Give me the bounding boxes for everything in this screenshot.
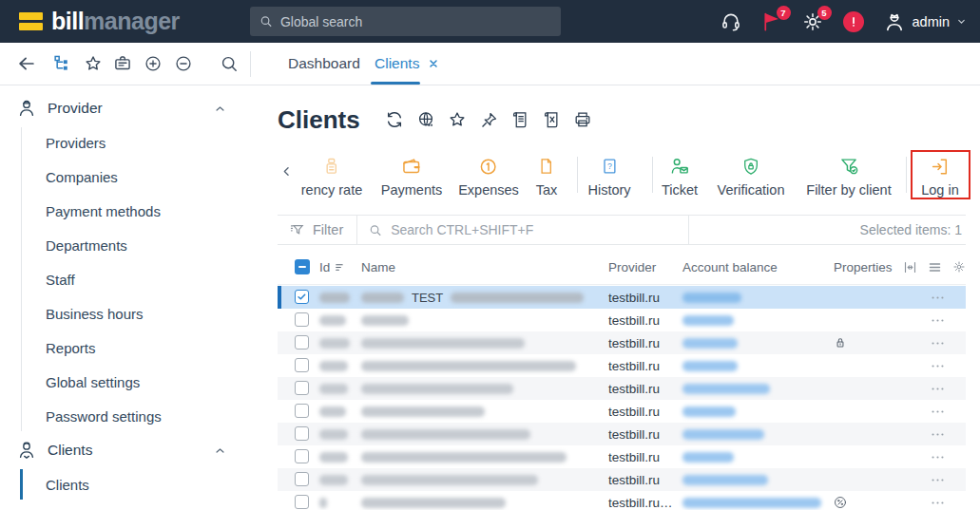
column-header-properties[interactable]: Properties [834,249,893,285]
row-checkbox[interactable] [295,358,309,372]
column-header-provider[interactable]: Provider [608,249,656,285]
print-icon[interactable] [573,110,593,130]
zoom-out-icon[interactable] [174,43,193,85]
sidebar-item-reports[interactable]: Reports [0,331,266,365]
table-settings-gear-icon[interactable] [952,260,966,274]
table-row[interactable]: TEST testbill.ru [278,286,966,309]
back-arrow-icon[interactable] [16,43,37,85]
provider-cell: testbill.ru [608,400,660,423]
toolbar-expenses[interactable]: Expenses [458,156,519,198]
toolbar-filter-by-client[interactable]: Filter by client [806,156,891,198]
table-row[interactable]: testbill.ru [278,309,966,331]
table-row[interactable]: testbill.ru [278,354,966,377]
row-menu[interactable] [930,286,946,309]
table-row[interactable]: testbill.ru [278,468,966,491]
sidebar-group-provider[interactable]: Provider [0,91,266,125]
menu-tree-icon[interactable] [52,43,72,85]
notifications-flag-icon[interactable]: 7 [760,10,783,33]
user-menu[interactable]: admin [883,10,968,33]
row-menu[interactable] [930,377,946,400]
provider-cell: testbill.ru [608,423,660,445]
export-excel-icon[interactable] [542,110,562,130]
sidebar-item-staff[interactable]: Staff [0,262,266,296]
table-row[interactable]: testbill.ru [278,377,966,400]
favorites-star-icon[interactable] [84,43,103,85]
row-menu[interactable] [930,331,946,354]
tasks-gear-icon[interactable]: 5 [801,10,824,33]
column-header-balance[interactable]: Account balance [682,249,778,285]
row-menu[interactable] [930,354,946,377]
select-all-checkbox[interactable] [295,259,310,274]
briefcase-icon[interactable] [113,43,132,85]
toolbar-history[interactable]: ? History [587,156,630,198]
table-search-input[interactable] [391,222,677,237]
toolbar-ticket[interactable]: Ticket [662,156,698,198]
row-menu[interactable] [930,400,946,423]
redacted-id [319,475,348,485]
table-row[interactable]: testbill.ru [278,331,966,354]
table-row[interactable]: testbill.ru [278,400,966,423]
sidebar-item-companies[interactable]: Companies [0,160,266,194]
refresh-icon[interactable] [385,110,405,130]
row-checkbox[interactable] [295,426,309,441]
row-menu[interactable] [930,491,946,510]
toolbar-scroll-left-icon[interactable] [279,164,294,179]
document-list-icon[interactable] [510,110,530,130]
toolbar-payments[interactable]: Payments [381,156,442,198]
chevron-up-icon[interactable] [213,102,227,116]
actions-toolbar: rency rate Payments Expenses Tax [266,149,980,199]
ellipsis-icon [930,495,946,510]
sidebar-item-business-hours[interactable]: Business hours [0,296,266,331]
sidebar-group-clients[interactable]: Clients [0,433,266,467]
row-checkbox[interactable] [295,335,309,349]
column-header-name[interactable]: Name [361,249,395,285]
row-checkbox[interactable] [295,404,309,418]
row-menu[interactable] [930,445,946,468]
row-checkbox[interactable] [295,495,309,509]
sidebar-item-clients[interactable]: Clients [0,467,266,501]
redacted-balance [682,293,741,303]
table-row[interactable]: testbill.ru [278,423,966,445]
logo-text: billmanager [51,8,180,35]
row-density-icon[interactable] [928,260,942,274]
table-row[interactable]: testbill.ru [278,445,966,468]
row-checkbox[interactable] [295,381,309,395]
toolbar-verification[interactable]: Verification [718,156,785,198]
close-tab-icon[interactable] [428,58,439,69]
zoom-in-icon[interactable] [144,43,163,85]
table-row[interactable]: testbill.ru… [278,491,966,510]
sidebar-item-providers[interactable]: Providers [0,125,266,160]
global-search-input[interactable] [280,14,551,29]
tab-clients[interactable]: Clients [375,43,439,85]
redacted-name [361,293,404,303]
row-menu[interactable] [930,468,946,491]
row-checkbox[interactable] [295,472,309,486]
pin-icon[interactable] [479,110,499,130]
table-search[interactable] [357,216,688,244]
toolbar-currency-rate[interactable]: rency rate [301,156,362,198]
search-icon[interactable] [220,43,239,85]
toolbar-tax[interactable]: Tax [536,156,558,198]
row-checkbox[interactable] [295,449,309,463]
sidebar-item-password-settings[interactable]: Password settings [0,399,266,433]
alert-icon[interactable] [842,10,865,33]
globe-link-icon[interactable] [416,110,436,130]
row-checkbox[interactable] [295,290,309,304]
favorite-star-icon[interactable] [448,110,468,130]
sidebar-item-departments[interactable]: Departments [0,228,266,262]
sidebar-item-payment-methods[interactable]: Payment methods [0,194,266,228]
ellipsis-icon [930,290,946,306]
app-logo[interactable]: billmanager [19,8,180,35]
column-resize-icon[interactable] [903,260,917,274]
sidebar-item-global-settings[interactable]: Global settings [0,365,266,399]
row-checkbox[interactable] [295,312,309,327]
global-search[interactable] [250,7,561,36]
column-header-id[interactable]: Id [319,249,346,285]
row-menu[interactable] [930,309,946,331]
support-headset-icon[interactable] [720,10,742,33]
expenses-coin-icon [479,156,499,177]
filter-button[interactable]: Filter [278,216,356,244]
tab-dashboard[interactable]: Dashboard [288,43,360,85]
chevron-up-icon[interactable] [213,444,227,458]
row-menu[interactable] [930,423,946,445]
